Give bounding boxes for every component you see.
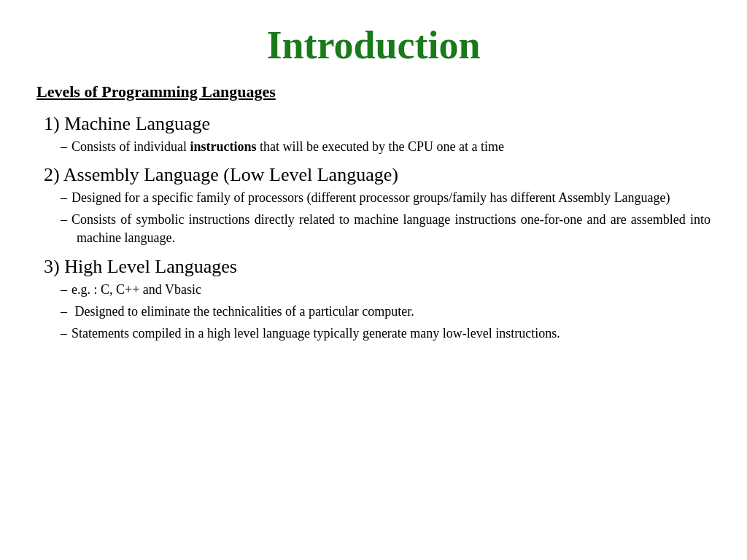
dash-icon: – [61, 139, 67, 154]
level-1-subitem-1: –Consists of individual instructions tha… [36, 138, 711, 156]
level-2-label: Assembly Language (Low Level Language) [63, 164, 398, 185]
level-2-subitem-1: –Designed for a specific family of proce… [36, 189, 711, 207]
level-3-subitem-3: –Statements compiled in a high level lan… [36, 324, 711, 343]
level-3-label: High Level Languages [64, 256, 237, 277]
level-3-number: 3) [44, 256, 64, 277]
level-1-heading: 1) Machine Language [36, 113, 711, 135]
dash-icon: – [61, 190, 67, 205]
dash-icon: – [61, 304, 67, 319]
dash-icon: – [61, 282, 67, 297]
level-2-subitem-2: –Consists of symbolic instructions direc… [36, 211, 711, 247]
level-3-subitem-2: – Designed to eliminate the technicaliti… [36, 303, 711, 321]
level-2-heading: 2) Assembly Language (Low Level Language… [36, 164, 711, 186]
slide: Introduction Levels of Programming Langu… [0, 0, 747, 560]
level-3-heading: 3) High Level Languages [36, 256, 711, 278]
bold-instructions: instructions [190, 139, 257, 154]
level-2-number: 2) [44, 164, 63, 185]
dash-icon: – [61, 212, 67, 227]
level-1-number: 1) [44, 113, 64, 134]
section-heading: Levels of Programming Languages [36, 82, 711, 101]
dash-icon: – [61, 326, 67, 341]
level-1-label: Machine Language [64, 113, 210, 134]
content-area: Levels of Programming Languages 1) Machi… [36, 82, 711, 538]
slide-title: Introduction [36, 22, 711, 69]
level-3-subitem-1: –e.g. : C, C++ and Vbasic [36, 281, 711, 299]
